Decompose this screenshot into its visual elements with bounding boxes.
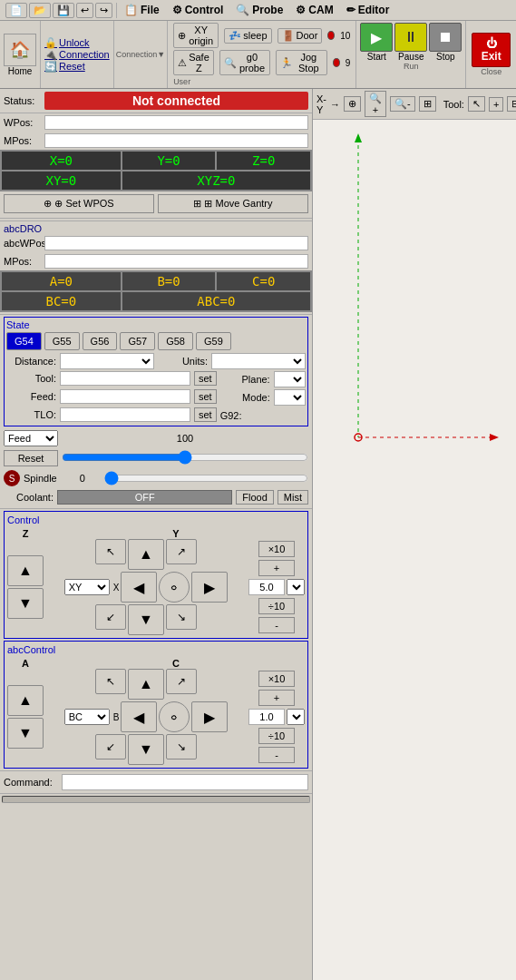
- feed-input[interactable]: [60, 389, 190, 404]
- y-down-right-btn[interactable]: ↘: [166, 604, 197, 630]
- tool-add-btn[interactable]: +: [489, 97, 503, 112]
- zoom-fit-btn[interactable]: ⊕: [344, 96, 361, 112]
- command-input[interactable]: [62, 774, 308, 790]
- y-down-btn[interactable]: ▼: [128, 604, 164, 635]
- safe-z-btn[interactable]: ⚠ Safe Z: [173, 50, 214, 75]
- minus-btn[interactable]: -: [258, 617, 295, 633]
- xy-select[interactable]: XY: [64, 579, 110, 595]
- stop-button[interactable]: ⏹: [429, 23, 462, 52]
- undo-btn[interactable]: ↩: [76, 3, 93, 18]
- units-select[interactable]: [211, 353, 306, 369]
- c-down-left-btn[interactable]: ↙: [95, 734, 126, 760]
- dro-xyz[interactable]: XYZ=0: [122, 171, 311, 191]
- div10-btn[interactable]: ÷10: [258, 598, 295, 614]
- dro-xy[interactable]: XY=0: [1, 171, 122, 191]
- c-down-btn[interactable]: ▼: [128, 734, 164, 765]
- wpos-input[interactable]: [44, 115, 308, 130]
- pause-button[interactable]: ⏸: [394, 23, 427, 52]
- g0-probe-btn[interactable]: 🔍 g0 probe: [219, 50, 270, 75]
- mpos-input[interactable]: [44, 133, 308, 148]
- a-down-btn[interactable]: ▼: [7, 718, 44, 749]
- abc-center-btn[interactable]: ⭘: [159, 701, 190, 732]
- tool-select-btn[interactable]: ↖: [468, 96, 485, 112]
- a-up-btn[interactable]: ▲: [7, 685, 44, 716]
- probe-menu[interactable]: 🔍 Probe: [230, 2, 288, 18]
- file-menu[interactable]: 📋 File: [119, 2, 165, 18]
- g55-btn[interactable]: G55: [44, 332, 80, 350]
- x-left-btn[interactable]: ◀: [121, 572, 157, 603]
- b-left-btn[interactable]: ◀: [121, 701, 157, 732]
- y-up-btn[interactable]: ▲: [128, 539, 164, 570]
- tool-set-btn[interactable]: set: [194, 371, 217, 386]
- center-btn[interactable]: ⭘: [159, 572, 190, 603]
- c-up-left-btn[interactable]: ↖: [95, 669, 126, 694]
- x-right-btn[interactable]: ▶: [191, 572, 228, 603]
- mult10-btn[interactable]: ×10: [258, 541, 295, 557]
- abc-dro-bc[interactable]: BC=0: [1, 291, 122, 311]
- move-gantry-button[interactable]: ⊞ ⊞ Move Gantry: [158, 194, 308, 213]
- step-select[interactable]: ▼: [287, 579, 305, 595]
- tool-edit-btn[interactable]: ⊟: [507, 96, 516, 112]
- abc-minus-btn[interactable]: -: [258, 747, 295, 763]
- dro-z[interactable]: Z=0: [216, 151, 311, 171]
- jog-stop-btn[interactable]: 🏃 Jog Stop: [276, 50, 326, 75]
- connection-link[interactable]: 🔌 Connection: [44, 49, 110, 61]
- feed-select[interactable]: Feed: [4, 430, 58, 446]
- open-btn[interactable]: 📂: [29, 3, 51, 18]
- sleep-btn[interactable]: 💤 sleep: [224, 28, 271, 44]
- feed-set-btn[interactable]: set: [194, 389, 217, 404]
- door-btn[interactable]: 🚪 Door: [277, 28, 323, 44]
- plus-btn[interactable]: +: [258, 560, 295, 576]
- reset-link[interactable]: 🔄 Reset: [44, 61, 85, 73]
- feed-slider[interactable]: [62, 450, 308, 465]
- step-input[interactable]: [248, 579, 285, 595]
- abc-dro-a[interactable]: A=0: [1, 271, 122, 291]
- plane-select[interactable]: [274, 371, 306, 387]
- dro-y[interactable]: Y=0: [122, 151, 217, 171]
- c-up-btn[interactable]: ▲: [128, 669, 164, 700]
- g56-btn[interactable]: G56: [83, 332, 118, 350]
- home-btn[interactable]: 🏠: [4, 34, 36, 66]
- y-up-left-btn[interactable]: ↖: [95, 539, 126, 564]
- view-btn[interactable]: ⊞: [419, 96, 436, 112]
- new-btn[interactable]: 📄: [5, 3, 27, 18]
- tlo-set-btn[interactable]: set: [194, 407, 217, 422]
- zoom-out-btn[interactable]: 🔍-: [390, 96, 415, 112]
- abc-dro-b[interactable]: B=0: [122, 271, 217, 291]
- unlock-link[interactable]: 🔓 Unlock: [44, 37, 90, 49]
- z-up-btn[interactable]: ▲: [7, 555, 44, 586]
- abc-dro-abc[interactable]: ABC=0: [122, 291, 311, 311]
- xy-origin-btn[interactable]: ⊕ XY origin: [173, 23, 219, 48]
- zoom-in-btn[interactable]: 🔍+: [365, 91, 386, 117]
- exit-button[interactable]: ⏻ Exit: [472, 33, 511, 67]
- abc-wpos-input[interactable]: [44, 236, 308, 250]
- b-right-btn[interactable]: ▶: [191, 701, 228, 732]
- flood-btn[interactable]: Flood: [236, 490, 274, 505]
- abc-step-input[interactable]: [248, 709, 285, 725]
- tool-input[interactable]: [60, 371, 190, 386]
- dro-x[interactable]: X=0: [1, 151, 122, 171]
- c-down-right-btn[interactable]: ↘: [166, 734, 197, 760]
- editor-menu[interactable]: ✏ Editor: [341, 2, 395, 18]
- save-btn[interactable]: 💾: [53, 3, 74, 18]
- feed-reset-btn[interactable]: Reset: [4, 450, 58, 466]
- abc-plus-btn[interactable]: +: [258, 690, 295, 706]
- y-up-right-btn[interactable]: ↗: [166, 539, 197, 564]
- cam-menu[interactable]: ⚙ CAM: [290, 2, 338, 18]
- g57-btn[interactable]: G57: [120, 332, 155, 350]
- set-wpos-button[interactable]: ⊕ ⊕ Set WPOS: [4, 194, 154, 213]
- abc-mult10-btn[interactable]: ×10: [258, 671, 295, 687]
- bc-select[interactable]: BC: [64, 709, 110, 725]
- mist-btn[interactable]: Mist: [277, 490, 308, 505]
- g59-btn[interactable]: G59: [196, 332, 231, 350]
- abc-step-select[interactable]: ▼: [287, 709, 305, 725]
- g54-btn[interactable]: G54: [6, 332, 42, 350]
- abc-div10-btn[interactable]: ÷10: [258, 728, 295, 744]
- control-menu[interactable]: ⚙ Control: [167, 2, 229, 18]
- z-down-btn[interactable]: ▼: [7, 588, 44, 619]
- redo-btn[interactable]: ↪: [95, 3, 112, 18]
- spindle-slider[interactable]: [104, 471, 308, 485]
- distance-select[interactable]: [60, 353, 154, 369]
- g58-btn[interactable]: G58: [158, 332, 193, 350]
- c-up-right-btn[interactable]: ↗: [166, 669, 197, 694]
